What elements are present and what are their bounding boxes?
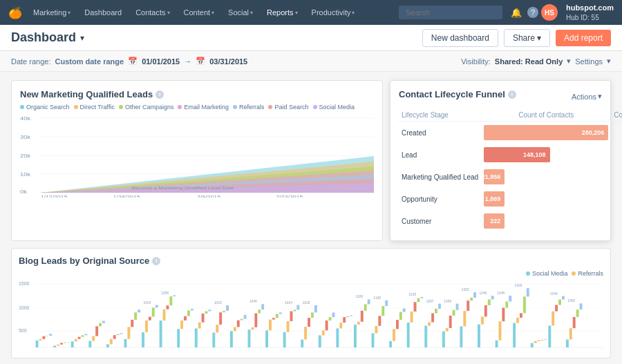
share-button[interactable]: Share ▾ [504,29,550,47]
mql-chart-title: New Marketing Qualified Leads i [20,89,374,99]
funnel-bar-cell-3: 1,869 [481,188,611,210]
date-range-type[interactable]: Custom date range [55,57,124,66]
svg-text:1018: 1018 [303,301,310,305]
bar-6-2 [149,317,151,320]
bar-18-3 [364,304,367,310]
bar-14-0 [283,332,286,347]
add-report-button[interactable]: Add report [556,30,611,46]
nav-reports[interactable]: Reports ▾ [261,6,303,19]
nav-social[interactable]: Social ▾ [223,6,258,19]
bar-30-0 [566,340,569,347]
bar-2-0 [71,341,74,347]
new-dashboard-button[interactable]: New dashboard [422,29,498,47]
blog-leads-card: Blog Leads by Original Source i Social M… [11,248,611,358]
bar-23-0 [442,332,445,347]
funnel-bar-4: 222 [484,213,505,229]
calendar-icon-start: 📅 [128,57,138,66]
bar-5-1 [127,327,130,338]
funnel-actions-button[interactable]: Actions ▾ [572,92,602,101]
bar-5-3 [134,312,137,320]
funnel-info-icon[interactable]: i [508,90,516,99]
nav-content[interactable]: Content ▾ [178,6,220,19]
bar-8-0 [177,329,180,347]
bar-1-0 [53,346,56,347]
bar-10-1 [216,325,218,332]
mql-info-icon[interactable]: i [156,90,164,99]
visibility-value[interactable]: Shared: Read Only [495,57,563,66]
blog-info-icon[interactable]: i [152,257,160,265]
svg-text:2/9/2015: 2/9/2015 [197,195,220,198]
bar-28-2 [538,341,540,341]
svg-text:500: 500 [19,328,27,333]
svg-text:1136: 1136 [373,296,381,300]
bar-8-4 [191,309,194,310]
bar-0-1 [39,339,42,341]
bar-20-2 [396,320,399,329]
bar-7-0 [160,320,162,347]
bar-18-2 [361,311,364,322]
nav-icon-group: 🔔 ? [511,7,538,18]
svg-text:1024: 1024 [143,301,151,305]
blog-chart-title: Blog Leads by Original Source i [19,256,603,266]
dashboard-content: New Marketing Qualified Leads i Organic … [0,72,622,364]
bar-10-0 [212,333,215,347]
bar-9-3 [205,312,208,314]
bar-15-0 [301,340,303,347]
end-date[interactable]: 03/31/2015 [209,57,247,66]
bar-21-3 [417,298,420,303]
actions-chevron-icon: ▾ [598,92,602,101]
bar-28-1 [534,341,537,343]
bar-30-2 [573,317,576,328]
svg-text:1500: 1500 [19,281,29,286]
bar-17-2 [343,317,346,323]
bar-22-4 [438,304,441,309]
bell-icon[interactable]: 🔔 [511,8,522,18]
svg-text:1000: 1000 [19,305,29,310]
funnel-conversion-3: 11.88% [611,188,622,210]
bar-26-0 [496,341,498,347]
funnel-bar-cell-4: 222 [481,210,611,232]
legend-campaigns: Other Campaigns [119,104,174,111]
svg-text:1057: 1057 [426,300,434,303]
bar-22-1 [428,323,431,326]
legend-dot-blog-social [526,271,530,276]
funnel-stage-1: Lead [399,144,481,166]
bar-5-4 [138,309,140,312]
bar-1-3 [64,343,66,343]
bar-21-4 [420,297,423,298]
bar-15-4 [314,305,317,313]
nav-dashboard[interactable]: Dashboard [79,6,127,19]
bar-24-1 [463,311,466,326]
settings-link[interactable]: Settings [575,57,603,66]
bar-14-2 [290,312,293,321]
search-input[interactable] [399,6,502,19]
page-title: Dashboard [11,30,76,45]
bar-23-4 [456,304,459,310]
bar-13-4 [279,312,282,314]
svg-text:1/12/2015: 1/12/2015 [41,195,68,198]
svg-text:0k: 0k [20,189,28,194]
bar-27-2 [520,313,522,318]
legend-dot-organic [20,105,24,109]
nav-contacts[interactable]: Contacts ▾ [130,6,175,19]
bar-25-4 [491,296,494,299]
blog-bar-chart: 1500 1000 500 10241258101810441024101811… [19,278,603,354]
bar-29-4 [562,296,565,300]
start-date[interactable]: 01/01/2015 [142,57,180,66]
bar-18-0 [354,325,357,347]
nav-marketing[interactable]: Marketing ▾ [28,6,76,19]
bar-12-3 [258,309,261,313]
bar-13-0 [265,330,268,347]
bar-24-3 [470,298,473,300]
date-bar: Date range: Custom date range 📅 01/01/20… [0,51,622,72]
bar-21-1 [411,312,413,323]
svg-text:1056: 1056 [444,300,451,303]
bar-17-4 [350,316,352,316]
nav-productivity[interactable]: Productivity ▾ [306,6,361,19]
bar-26-4 [509,296,511,301]
help-icon[interactable]: ? [527,7,538,18]
title-chevron-icon[interactable]: ▾ [80,33,84,43]
legend-blog-social: Social Media [526,270,568,277]
legend-organic: Organic Search [20,104,70,111]
avatar[interactable]: HS [541,4,558,21]
